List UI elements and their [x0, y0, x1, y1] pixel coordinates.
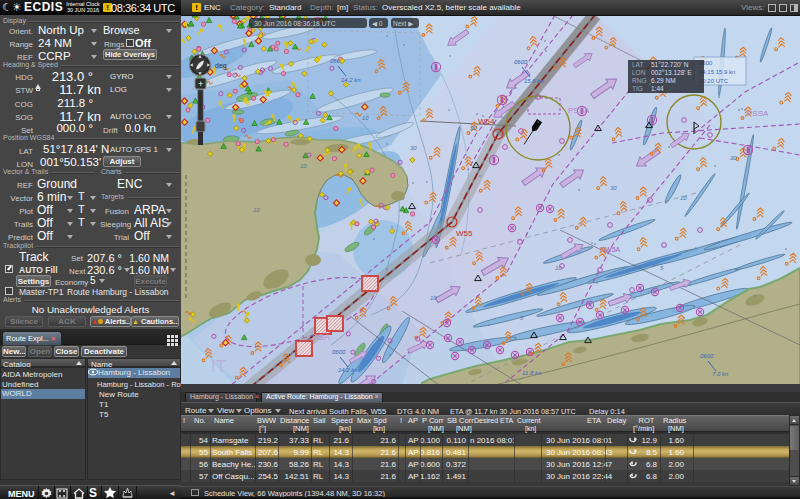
svg-text:10: 10 [300, 163, 307, 169]
svg-text:PSSA: PSSA [747, 109, 769, 118]
svg-text:10: 10 [362, 115, 369, 121]
svg-text:SSA: SSA [312, 332, 330, 342]
svg-text:04:15 15.9 kn: 04:15 15.9 kn [699, 69, 735, 75]
svg-text:Next ▶: Next ▶ [393, 20, 413, 27]
svg-text:14.2 kn: 14.2 kn [341, 77, 361, 83]
svg-text:IT: IT [211, 357, 226, 376]
svg-text:10: 10 [680, 195, 687, 201]
svg-text:deg: deg [215, 62, 227, 70]
svg-text:1:44: 1:44 [651, 85, 664, 92]
svg-text:TIG: TIG [632, 85, 643, 92]
svg-text:NW5A: NW5A [600, 246, 621, 253]
svg-text:LON: LON [632, 69, 646, 76]
svg-text:◀ 0: ◀ 0 [372, 20, 383, 27]
svg-text:11.8 kn: 11.8 kn [522, 370, 542, 376]
svg-text:30: 30 [610, 185, 617, 191]
svg-text:002°13.128' E: 002°13.128' E [651, 69, 692, 76]
svg-text:30: 30 [410, 145, 417, 151]
svg-text:15.6 kn: 15.6 kn [524, 78, 544, 84]
svg-text:10: 10 [430, 295, 437, 301]
svg-text:6.29 NM: 6.29 NM [651, 77, 676, 84]
svg-text:51°22.720' N: 51°22.720' N [651, 61, 689, 68]
svg-text:LAT: LAT [632, 61, 643, 68]
svg-text:0600: 0600 [514, 59, 528, 65]
svg-text:30: 30 [470, 125, 477, 131]
svg-text:10: 10 [555, 265, 562, 271]
svg-text:W55: W55 [456, 229, 473, 238]
svg-text:+: + [198, 79, 203, 89]
svg-text:0600: 0600 [700, 353, 714, 359]
svg-text:14.2 kn: 14.2 kn [338, 367, 358, 373]
svg-text:W54: W54 [478, 117, 495, 126]
svg-text:PSSA: PSSA [568, 106, 590, 115]
svg-text:10: 10 [253, 207, 260, 213]
svg-text:RNG: RNG [632, 77, 646, 84]
svg-text:30 Jun 2016 08:36:18 UTC: 30 Jun 2016 08:36:18 UTC [254, 20, 336, 27]
svg-text:7.0 kn: 7.0 kn [712, 371, 729, 377]
svg-text:0600: 0600 [332, 349, 346, 355]
svg-text:30: 30 [730, 155, 737, 161]
